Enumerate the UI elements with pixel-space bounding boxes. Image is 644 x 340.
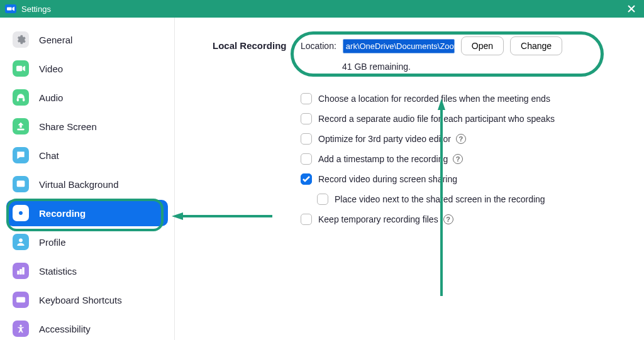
option-label: Add a timestamp to the recording bbox=[318, 154, 448, 164]
sidebar-item-audio[interactable]: Audio bbox=[6, 84, 168, 111]
option-label: Place video next to the shared screen in… bbox=[335, 194, 545, 204]
option-label: Record a separate audio file for each pa… bbox=[318, 114, 555, 124]
gear-icon bbox=[13, 31, 29, 48]
sidebar-item-general[interactable]: General bbox=[6, 26, 168, 53]
sidebar-item-virtual-background[interactable]: Virtual Background bbox=[6, 171, 168, 197]
record-icon bbox=[13, 205, 29, 221]
local-recording-row: Local Recording Location: ark\OneDrive\D… bbox=[213, 36, 644, 72]
access-icon bbox=[13, 321, 29, 337]
svg-point-6 bbox=[18, 182, 20, 184]
option-label: Keep temporary recording files bbox=[318, 214, 438, 224]
zoom-app-icon bbox=[5, 4, 16, 13]
svg-rect-13 bbox=[16, 297, 25, 302]
recording-option-5[interactable]: Place video next to the shared screen in… bbox=[317, 194, 644, 205]
sidebar-item-accessibility[interactable]: Accessibility bbox=[6, 315, 168, 340]
sidebar-item-label: Recording bbox=[39, 208, 86, 219]
svg-rect-18 bbox=[19, 300, 23, 301]
svg-rect-1 bbox=[16, 66, 22, 71]
option-label: Record video during screen sharing bbox=[318, 174, 457, 184]
svg-point-8 bbox=[19, 211, 22, 214]
sidebar-item-label: Audio bbox=[39, 92, 63, 103]
titlebar: Settings bbox=[0, 0, 644, 18]
location-path[interactable]: ark\OneDrive\Documents\Zoom bbox=[343, 39, 455, 53]
svg-rect-14 bbox=[18, 299, 18, 299]
sidebar-item-profile[interactable]: Profile bbox=[6, 229, 168, 255]
stats-icon bbox=[13, 263, 29, 279]
sidebar-item-share-screen[interactable]: Share Screen bbox=[6, 113, 168, 140]
svg-rect-2 bbox=[17, 98, 19, 101]
recording-option-3[interactable]: Add a timestamp to the recording? bbox=[301, 153, 644, 165]
storage-remaining: 41 GB remaining. bbox=[342, 62, 644, 72]
checkbox[interactable] bbox=[301, 133, 312, 145]
option-label: Choose a location for recorded files whe… bbox=[318, 94, 550, 104]
svg-rect-16 bbox=[21, 299, 22, 299]
open-button[interactable]: Open bbox=[461, 36, 504, 55]
svg-rect-4 bbox=[18, 129, 25, 130]
help-icon[interactable]: ? bbox=[453, 154, 463, 164]
help-icon[interactable]: ? bbox=[456, 134, 466, 144]
sidebar-item-keyboard-shortcuts[interactable]: Keyboard Shortcuts bbox=[6, 287, 168, 313]
svg-rect-17 bbox=[23, 299, 23, 299]
recording-option-0[interactable]: Choose a location for recorded files whe… bbox=[301, 93, 644, 104]
svg-rect-11 bbox=[20, 269, 22, 274]
sidebar-item-video[interactable]: Video bbox=[6, 55, 168, 82]
sidebar-item-label: Video bbox=[39, 63, 63, 74]
svg-rect-15 bbox=[19, 299, 20, 299]
sidebar-item-chat[interactable]: Chat bbox=[6, 142, 168, 168]
keyboard-icon bbox=[13, 292, 29, 308]
headphones-icon bbox=[13, 89, 29, 106]
checkbox[interactable] bbox=[301, 214, 312, 225]
recording-option-6[interactable]: Keep temporary recording files? bbox=[301, 214, 644, 225]
image-icon bbox=[13, 176, 29, 192]
checkbox[interactable] bbox=[301, 113, 312, 124]
sidebar-item-recording[interactable]: Recording bbox=[6, 200, 168, 226]
checkbox[interactable] bbox=[317, 194, 328, 205]
sidebar-item-label: Accessibility bbox=[39, 324, 91, 334]
settings-content: Local Recording Location: ark\OneDrive\D… bbox=[175, 18, 644, 340]
svg-point-19 bbox=[20, 325, 22, 327]
svg-rect-12 bbox=[23, 268, 25, 275]
checkbox[interactable] bbox=[301, 173, 312, 185]
svg-point-9 bbox=[19, 239, 22, 242]
sidebar-item-statistics[interactable]: Statistics bbox=[6, 258, 168, 284]
local-recording-label: Local Recording bbox=[213, 36, 301, 51]
sidebar-item-label: Profile bbox=[39, 237, 66, 248]
chat-icon bbox=[13, 147, 29, 163]
recording-options: Choose a location for recorded files whe… bbox=[301, 93, 644, 225]
video-icon bbox=[13, 60, 29, 77]
svg-rect-0 bbox=[7, 8, 12, 11]
sidebar-item-label: Keyboard Shortcuts bbox=[39, 295, 122, 305]
checkbox[interactable] bbox=[301, 153, 312, 165]
close-icon bbox=[628, 5, 635, 13]
sidebar-item-label: Chat bbox=[39, 150, 59, 161]
recording-option-1[interactable]: Record a separate audio file for each pa… bbox=[301, 113, 644, 124]
close-button[interactable] bbox=[624, 0, 639, 18]
help-icon[interactable]: ? bbox=[443, 214, 453, 224]
checkbox[interactable] bbox=[301, 93, 312, 104]
sidebar-item-label: General bbox=[39, 35, 72, 45]
svg-rect-10 bbox=[18, 271, 19, 274]
recording-option-2[interactable]: Optimize for 3rd party video editor? bbox=[301, 133, 644, 145]
sidebar-item-label: Share Screen bbox=[39, 121, 97, 132]
window-title: Settings bbox=[21, 4, 51, 14]
person-icon bbox=[13, 234, 29, 250]
recording-option-4[interactable]: Record video during screen sharing bbox=[301, 173, 644, 185]
change-button[interactable]: Change bbox=[510, 36, 562, 55]
sidebar-item-label: Virtual Background bbox=[39, 179, 118, 190]
location-label: Location: bbox=[301, 41, 336, 51]
settings-sidebar: GeneralVideoAudioShare ScreenChatVirtual… bbox=[0, 18, 175, 340]
option-label: Optimize for 3rd party video editor bbox=[318, 134, 451, 144]
svg-rect-3 bbox=[23, 98, 25, 101]
sidebar-item-label: Statistics bbox=[39, 266, 77, 277]
share-icon bbox=[13, 118, 29, 134]
